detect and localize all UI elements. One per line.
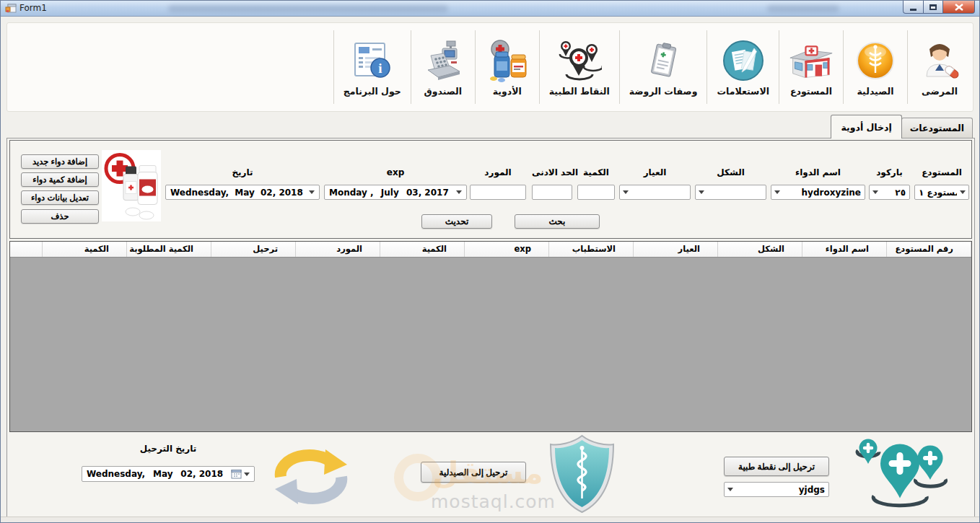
transfer-date-picker[interactable]: Wednesday, May 02, 2018	[82, 466, 255, 482]
close-button[interactable]	[943, 1, 975, 14]
toolbar-item-label: الصندوق	[424, 86, 462, 97]
transfer-date-label: تاريخ الترحيل	[82, 444, 255, 454]
chevron-down-icon	[244, 473, 250, 476]
watermark-arabic: مستقل	[432, 455, 543, 491]
tab-entry-medicines[interactable]: إدخال أدوية	[831, 115, 901, 139]
grid-column-header[interactable]: ترحيل	[211, 242, 296, 257]
toolbar-item-medical-points[interactable]: النقاط الطبية	[540, 26, 619, 108]
warehouse-icon	[789, 38, 834, 84]
drug-name-select[interactable]: hydroxyzine	[771, 185, 865, 200]
toolbar-item-label: الاستعلامات	[717, 86, 769, 97]
minimize-button[interactable]	[903, 1, 924, 14]
toolbar-item-inquiries[interactable]: الاستعلامات	[707, 26, 779, 108]
warehouse-select[interactable]: مستودع ١	[914, 185, 969, 200]
grid-column-header[interactable]: الكمية	[43, 242, 127, 257]
dosage-label: العيار	[619, 164, 691, 185]
barcode-field: باركود ٢٥	[869, 164, 910, 200]
exp-weekday: Monday ,	[329, 188, 374, 198]
chevron-down-icon	[727, 488, 733, 491]
grid-column-header[interactable]: الشكل	[718, 242, 802, 257]
min-limit-label: الحد الادنى	[532, 164, 572, 185]
chevron-down-icon	[456, 190, 462, 194]
about-icon: i	[350, 38, 395, 84]
warehouse-field: المستودع مستودع ١	[914, 164, 969, 200]
date-weekday: Wednesday,	[170, 188, 229, 198]
supplier-input[interactable]	[470, 185, 526, 200]
quantity-label: الكمية	[577, 164, 615, 185]
chevron-down-icon	[699, 190, 704, 194]
add-medicine-quantity-button[interactable]: إضافة كمية دواء	[21, 172, 99, 187]
chevron-down-icon	[774, 190, 780, 194]
toolbar-item-patients[interactable]: المرضى	[908, 26, 971, 108]
toolbar-item-pharmacy[interactable]: الصيدلية	[844, 26, 907, 108]
minimize-icon	[910, 9, 916, 11]
redacted-text-blur	[767, 5, 839, 12]
main-toolbar: i حول البرنامج	[6, 22, 974, 112]
medicines-icon	[485, 38, 530, 84]
quantity-field: الكمية	[577, 164, 615, 200]
drug-form-label: الشكل	[695, 164, 766, 185]
dosage-field: العيار	[619, 164, 691, 200]
watermark-text: mostaql.com	[416, 491, 571, 512]
drug-name-value: hydroxyzine	[783, 188, 865, 198]
cashbox-icon	[421, 38, 465, 84]
exp-month: July	[381, 188, 399, 198]
exp-day-year: 03, 2017	[406, 188, 449, 198]
window-title: Form1	[19, 3, 47, 13]
toolbar-item-cashbox[interactable]: الصندوق	[411, 26, 475, 108]
toolbar-item-warehouse[interactable]: المستودع	[779, 26, 843, 108]
min-limit-input[interactable]	[532, 185, 572, 200]
grid-row-selector-header[interactable]	[10, 242, 43, 257]
grid-column-header[interactable]: رقم المستودع	[887, 242, 971, 257]
window-controls	[903, 1, 975, 14]
update-button[interactable]: تحديث	[421, 214, 492, 229]
chevron-down-icon	[623, 190, 629, 194]
barcode-value: ٢٥	[881, 188, 909, 198]
tab-strip: إدخال أدوية المستودعات	[831, 115, 973, 138]
toolbar-item-label: وصفات الروضة	[629, 86, 698, 97]
prescriptions-icon	[641, 38, 686, 84]
grid-column-header[interactable]: الكمية	[380, 242, 465, 257]
toolbar-item-label: الصيدلية	[857, 86, 894, 97]
inquiries-icon	[721, 38, 766, 84]
transfer-weekday: Wednesday,	[87, 469, 145, 479]
chevron-down-icon	[960, 190, 966, 194]
add-new-medicine-button[interactable]: إضافة دواء جديد	[21, 154, 99, 169]
tab-warehouses[interactable]: المستودعات	[901, 118, 973, 138]
dosage-select[interactable]	[619, 185, 691, 200]
grid-column-header[interactable]: exp	[465, 242, 549, 257]
grid-column-header[interactable]: اسم الدواء	[802, 242, 887, 257]
toolbar-item-prescriptions[interactable]: وصفات الروضة	[620, 26, 707, 108]
maximize-icon	[929, 4, 937, 10]
grid-column-header[interactable]: الكمية المطلوبة	[127, 242, 211, 257]
refresh-arrows-icon[interactable]	[274, 445, 349, 509]
calendar-icon	[231, 469, 242, 479]
toolbar-item-medicines[interactable]: الأدوية	[476, 26, 539, 108]
medical-point-select[interactable]: yjdgs	[724, 482, 829, 497]
toolbar-item-label: حول البرنامج	[344, 86, 401, 97]
entry-date-picker[interactable]: Wednesday, May 02, 2018	[165, 185, 320, 200]
edit-medicine-data-button[interactable]: تعديل بيانات دواء	[21, 190, 99, 205]
drug-form-select[interactable]	[695, 185, 766, 200]
transfer-to-medical-point-button[interactable]: ترحيل إلى نقطة طبية	[724, 457, 829, 476]
delete-button[interactable]: حذف	[21, 209, 99, 224]
search-button[interactable]: بحث	[515, 214, 600, 229]
medical-points-map-icon	[852, 438, 948, 509]
barcode-label: باركود	[869, 164, 910, 185]
pharmacy-icon	[853, 38, 898, 84]
grid-header-row: الكمية الكمية المطلوبة ترحيل المورد الكم…	[10, 242, 971, 258]
entry-date-field: تاريخ Wednesday, May 02, 2018	[165, 164, 320, 200]
quantity-input[interactable]	[577, 185, 615, 200]
maximize-button[interactable]	[924, 1, 943, 14]
patients-icon	[917, 38, 962, 84]
exp-date-picker[interactable]: Monday , July 03, 2017	[324, 185, 467, 200]
barcode-select[interactable]: ٢٥	[869, 185, 910, 200]
grid-column-header[interactable]: المورد	[296, 242, 380, 257]
grid-column-header[interactable]: العيار	[634, 242, 718, 257]
toolbar-item-about[interactable]: i حول البرنامج	[334, 26, 411, 108]
form-app-icon	[5, 3, 17, 14]
supplier-field: المورد	[470, 164, 526, 200]
grid-body-empty	[10, 258, 971, 432]
grid-column-header[interactable]: الاستطباب	[549, 242, 634, 257]
tab-label: المستودعات	[910, 123, 964, 133]
